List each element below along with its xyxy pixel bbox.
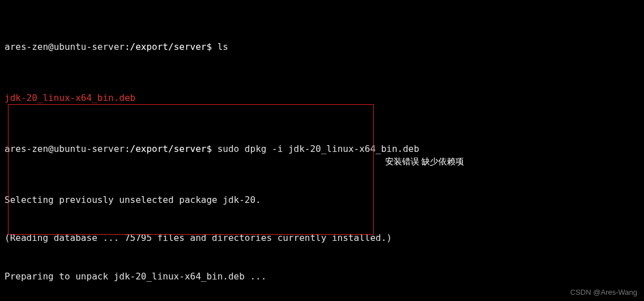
prompt-line-1: ares-zen@ubuntu-server:/export/server$ l… bbox=[5, 41, 639, 54]
command-ls: ls bbox=[217, 41, 228, 52]
prompt-line-2: ares-zen@ubuntu-server:/export/server$ s… bbox=[5, 143, 639, 156]
watermark: CSDN @Ares-Wang bbox=[570, 286, 637, 299]
dpkg-output-line: Preparing to unpack jdk-20_linux-x64_bin… bbox=[5, 270, 639, 283]
dpkg-output-line: Selecting previously unselected package … bbox=[5, 194, 639, 207]
annotation-text: 安装错误 缺少依赖项 bbox=[385, 155, 464, 168]
command-dpkg: sudo dpkg -i jdk-20_linux-x64_bin.deb bbox=[217, 143, 419, 154]
ls-output-file: jdk-20_linux-x64_bin.deb bbox=[5, 92, 639, 105]
terminal[interactable]: ares-zen@ubuntu-server:/export/server$ l… bbox=[0, 0, 644, 301]
prompt-user: ares-zen@ubuntu-server bbox=[5, 41, 125, 52]
dpkg-output-line: (Reading database ... 75795 files and di… bbox=[5, 232, 639, 245]
